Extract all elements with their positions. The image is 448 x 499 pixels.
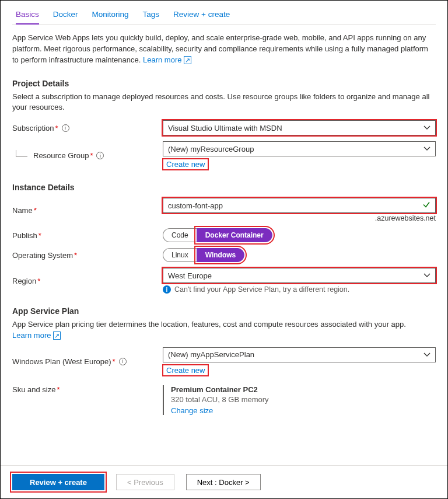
region-label: Region (12, 277, 36, 285)
required-asterisk: * (55, 124, 58, 132)
resource-group-label: Resource Group (33, 151, 89, 160)
resource-group-select[interactable]: (New) myResourceGroup (163, 141, 436, 156)
windows-plan-select[interactable]: (New) myAppServicePlan (163, 347, 436, 362)
required-asterisk: * (74, 251, 77, 260)
sku-info-box: Premium Container PC2 320 total ACU, 8 G… (163, 385, 436, 415)
tab-tags[interactable]: Tags (143, 10, 160, 24)
name-input[interactable]: custom-font-app (163, 198, 436, 213)
tab-monitoring[interactable]: Monitoring (92, 10, 129, 24)
publish-code-option[interactable]: Code (163, 228, 197, 242)
review-create-button[interactable]: Review + create (12, 474, 104, 490)
info-icon[interactable]: i (119, 358, 127, 365)
tab-docker[interactable]: Docker (53, 10, 78, 24)
create-new-plan-link[interactable]: Create new (163, 365, 208, 376)
publish-docker-option[interactable]: Docker Container (197, 228, 272, 242)
project-details-desc: Select a subscription to manage deployed… (12, 92, 436, 114)
sku-subtitle: 320 total ACU, 8 GB memory (171, 395, 436, 404)
tab-review-create[interactable]: Review + create (173, 10, 230, 24)
required-asterisk: * (37, 277, 40, 285)
required-asterisk: * (57, 385, 60, 394)
app-service-plan-heading: App Service Plan (12, 306, 436, 316)
sku-label: Sku and size (12, 385, 55, 394)
instance-details-heading: Instance Details (12, 183, 436, 192)
required-asterisk: * (113, 357, 116, 366)
chevron-down-icon (424, 145, 430, 152)
chevron-down-icon (424, 124, 430, 131)
region-helper-text: Can't find your App Service Plan, try a … (174, 285, 349, 294)
plan-learn-more-link[interactable]: Learn more (12, 331, 61, 340)
tree-indent-icon (16, 150, 27, 157)
sku-title: Premium Container PC2 (171, 385, 436, 394)
domain-suffix: .azurewebsites.net (163, 214, 436, 222)
required-asterisk: * (34, 206, 37, 215)
change-size-link[interactable]: Change size (171, 406, 436, 415)
learn-more-link[interactable]: Learn more (143, 55, 191, 64)
footer-bar: Review + create < Previous Next : Docker… (1, 465, 447, 498)
os-label: Operating System (12, 251, 73, 260)
info-icon[interactable]: i (62, 124, 69, 132)
region-select[interactable]: West Europe (163, 268, 436, 283)
create-new-rg-link[interactable]: Create new (163, 159, 208, 170)
info-icon: i (163, 285, 171, 294)
windows-plan-label: Windows Plan (West Europe) (12, 357, 111, 366)
tab-bar: Basics Docker Monitoring Tags Review + c… (12, 1, 436, 25)
subscription-select[interactable]: Visual Studio Ultimate with MSDN (163, 120, 436, 135)
required-asterisk: * (90, 151, 93, 160)
project-details-heading: Project Details (12, 79, 436, 88)
previous-button: < Previous (116, 474, 174, 490)
info-icon[interactable]: i (96, 152, 104, 159)
subscription-label: Subscription (12, 124, 54, 132)
os-windows-option[interactable]: Windows (197, 248, 245, 262)
intro-text: App Service Web Apps lets you quickly bu… (12, 33, 436, 66)
name-label: Name (12, 206, 33, 215)
required-asterisk: * (38, 231, 41, 240)
os-linux-option[interactable]: Linux (163, 248, 197, 262)
tab-basics[interactable]: Basics (16, 10, 39, 25)
chevron-down-icon (424, 351, 430, 358)
check-icon (422, 201, 430, 211)
chevron-down-icon (424, 272, 430, 279)
publish-label: Publish (12, 231, 37, 240)
next-docker-button[interactable]: Next : Docker > (186, 474, 261, 490)
app-service-plan-desc: App Service plan pricing tier determines… (12, 319, 436, 341)
